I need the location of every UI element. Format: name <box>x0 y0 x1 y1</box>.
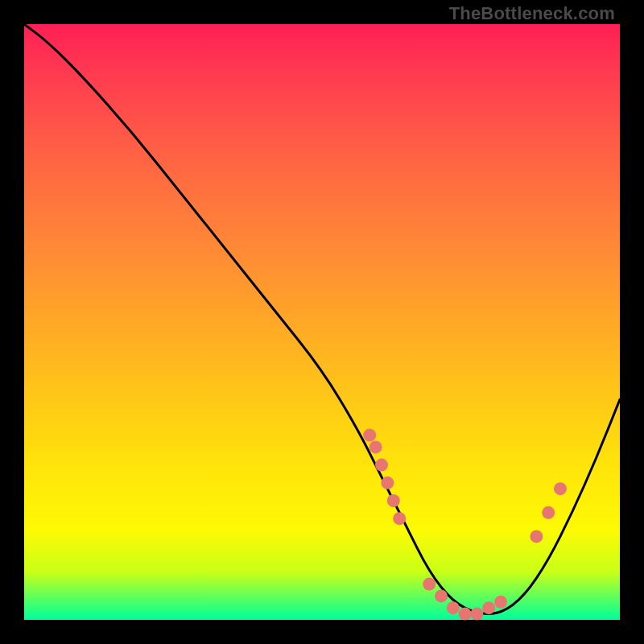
data-marker <box>393 512 406 525</box>
chart-frame <box>24 24 620 620</box>
data-marker <box>363 429 376 442</box>
data-marker <box>542 506 555 519</box>
data-marker <box>369 440 382 453</box>
bottleneck-curve <box>24 24 620 614</box>
watermark-text: TheBottleneck.com <box>449 3 615 24</box>
data-marker <box>423 578 436 591</box>
data-marker <box>381 477 394 489</box>
data-marker <box>554 482 567 495</box>
chart-svg <box>24 24 620 620</box>
data-marker <box>447 601 460 614</box>
data-marker <box>387 494 400 507</box>
data-marker <box>459 608 472 621</box>
data-marker <box>375 459 388 472</box>
data-marker <box>530 530 543 543</box>
data-marker <box>494 596 507 609</box>
data-marker <box>435 589 448 602</box>
data-marker <box>482 601 495 614</box>
data-marker <box>470 608 483 621</box>
data-markers <box>363 429 567 621</box>
